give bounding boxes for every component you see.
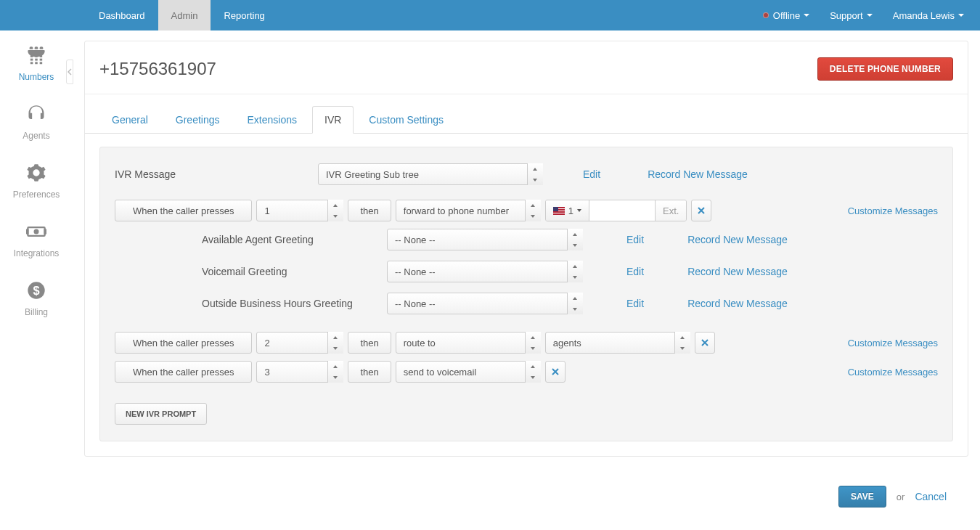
chevron-left-icon: [68, 68, 72, 76]
caret-icon: [804, 14, 809, 17]
svg-rect-2: [40, 55, 43, 57]
new-ivr-prompt-button[interactable]: NEW IVR PROMPT: [115, 403, 207, 425]
available-agent-greeting-row: Available Agent Greeting -- None -- Edit…: [115, 229, 938, 250]
sidebar-item-numbers[interactable]: Numbers: [19, 45, 54, 82]
page-footer: SAVE or Cancel: [84, 457, 968, 507]
ivr-key-select-2[interactable]: 2: [256, 332, 343, 354]
phone-number-input[interactable]: [589, 200, 655, 221]
svg-rect-7: [35, 62, 38, 64]
support-dropdown[interactable]: Support: [820, 10, 883, 21]
sidebar-item-preferences[interactable]: Preferences: [13, 163, 60, 200]
ivr-target-select-2[interactable]: agents: [545, 332, 690, 354]
sidebar-label: Preferences: [13, 189, 60, 200]
remove-prompt-button-1[interactable]: [691, 200, 711, 221]
sidebar-item-integrations[interactable]: Integrations: [14, 221, 60, 258]
outside-hours-greeting-row: Outside Business Hours Greeting -- None …: [115, 293, 938, 314]
ivr-message-edit-link[interactable]: Edit: [583, 168, 600, 180]
customize-messages-link-2[interactable]: Customize Messages: [848, 338, 938, 348]
nav-reporting[interactable]: Reporting: [211, 0, 277, 30]
svg-rect-6: [30, 62, 33, 64]
money-icon: [26, 221, 46, 244]
delete-phone-number-button[interactable]: DELETE PHONE NUMBER: [817, 57, 953, 81]
ivr-message-label: IVR Message: [115, 168, 318, 180]
sidebar-item-agents[interactable]: Agents: [23, 104, 49, 141]
support-label: Support: [830, 10, 863, 21]
phone-icon: [26, 45, 46, 68]
then-label: then: [348, 361, 391, 383]
tab-greetings[interactable]: Greetings: [163, 106, 232, 134]
ivr-key-select-3[interactable]: 3: [256, 361, 343, 383]
extension-label: Ext.: [655, 200, 686, 221]
tab-extensions[interactable]: Extensions: [235, 106, 309, 134]
ivr-action-select-3[interactable]: send to voicemail: [396, 361, 541, 383]
sidebar: Numbers Agents Preferences Integrations …: [0, 30, 73, 529]
country-code-label: 1: [568, 205, 573, 216]
when-caller-presses-label: When the caller presses: [115, 332, 252, 354]
page-title: +15756361907: [99, 59, 216, 79]
svg-rect-12: [44, 229, 47, 235]
svg-rect-1: [35, 55, 38, 57]
phone-input-group: 1 Ext.: [545, 200, 687, 221]
headset-icon: [26, 104, 46, 126]
svg-rect-0: [30, 55, 33, 57]
caret-icon: [577, 209, 581, 212]
customize-messages-link-1[interactable]: Customize Messages: [848, 205, 938, 216]
greeting-edit-link[interactable]: Edit: [626, 298, 644, 309]
sidebar-collapse-handle[interactable]: [66, 60, 73, 84]
or-label: or: [897, 492, 905, 502]
available-agent-greeting-select[interactable]: -- None --: [387, 229, 583, 250]
navbar-left: Dashboard Admin Reporting: [0, 0, 278, 30]
sidebar-item-billing[interactable]: $ Billing: [25, 280, 48, 317]
close-icon: [552, 368, 559, 375]
tabs: General Greetings Extensions IVR Custom …: [85, 94, 968, 134]
then-label: then: [348, 332, 391, 354]
greeting-edit-link[interactable]: Edit: [626, 266, 644, 277]
close-icon: [698, 207, 705, 214]
tab-general[interactable]: General: [99, 106, 160, 134]
svg-rect-4: [35, 59, 38, 61]
remove-prompt-button-2[interactable]: [695, 332, 715, 354]
greeting-edit-link[interactable]: Edit: [626, 234, 644, 245]
country-code-dropdown[interactable]: 1: [546, 200, 589, 221]
ivr-message-row: IVR Message IVR Greeting Sub tree Edit R…: [115, 163, 938, 185]
caret-icon: [867, 14, 873, 17]
ivr-message-select-wrap: IVR Greeting Sub tree: [318, 163, 543, 185]
save-button[interactable]: SAVE: [838, 486, 886, 507]
svg-rect-8: [40, 62, 43, 64]
ivr-key-select-1[interactable]: 1: [256, 200, 343, 221]
ivr-action-select-1[interactable]: forward to phone number: [396, 200, 541, 221]
ivr-message-select[interactable]: IVR Greeting Sub tree: [318, 163, 543, 185]
svg-text:$: $: [33, 284, 39, 297]
us-flag-icon: [553, 207, 565, 215]
navbar-right: Offline Support Amanda Lewis: [753, 0, 974, 30]
remove-prompt-button-3[interactable]: [545, 361, 565, 383]
greeting-label: Voicemail Greeting: [115, 266, 372, 277]
tab-custom-settings[interactable]: Custom Settings: [356, 106, 456, 134]
status-dropdown[interactable]: Offline: [753, 10, 820, 21]
gear-icon: [26, 163, 46, 185]
ivr-action-select-2[interactable]: route to: [396, 332, 541, 354]
nav-admin[interactable]: Admin: [158, 0, 211, 30]
nav-dashboard[interactable]: Dashboard: [86, 0, 158, 30]
ivr-prompt-row-1: When the caller presses 1 then forward t…: [115, 200, 938, 221]
ivr-message-record-link[interactable]: Record New Message: [648, 168, 748, 180]
customize-messages-link-3[interactable]: Customize Messages: [848, 367, 938, 378]
outside-hours-greeting-select[interactable]: -- None --: [387, 293, 583, 314]
sidebar-label: Billing: [25, 307, 48, 317]
voicemail-greeting-select[interactable]: -- None --: [387, 261, 583, 282]
svg-rect-3: [30, 59, 33, 61]
greeting-label: Outside Business Hours Greeting: [115, 298, 372, 309]
user-label: Amanda Lewis: [893, 10, 955, 21]
greeting-record-link[interactable]: Record New Message: [687, 298, 788, 309]
main-content: +15756361907 DELETE PHONE NUMBER General…: [73, 30, 980, 529]
tab-ivr[interactable]: IVR: [312, 106, 354, 134]
sidebar-label: Agents: [23, 131, 49, 141]
ivr-prompt-row-2: When the caller presses 2 then route to …: [115, 332, 938, 354]
cancel-link[interactable]: Cancel: [915, 491, 947, 502]
sidebar-label: Integrations: [14, 248, 60, 258]
top-navbar: Dashboard Admin Reporting Offline Suppor…: [0, 0, 980, 30]
caret-icon: [958, 14, 964, 17]
greeting-record-link[interactable]: Record New Message: [687, 234, 788, 245]
user-dropdown[interactable]: Amanda Lewis: [883, 10, 974, 21]
greeting-record-link[interactable]: Record New Message: [687, 266, 788, 277]
